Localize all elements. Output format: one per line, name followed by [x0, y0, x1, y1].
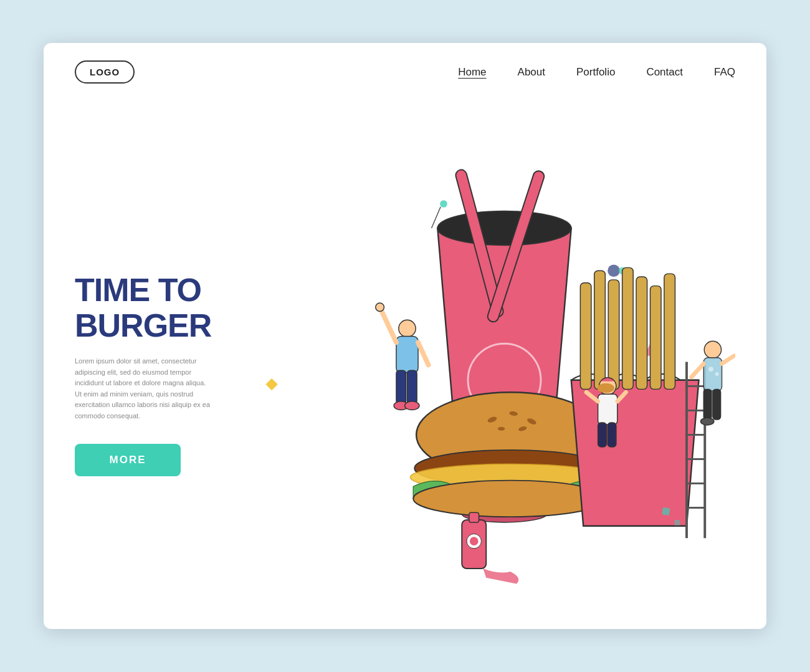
svg-rect-28 — [594, 271, 606, 389]
more-button[interactable]: MORE — [75, 444, 181, 476]
svg-point-22 — [413, 481, 608, 517]
svg-point-26 — [470, 537, 479, 545]
svg-point-18 — [498, 427, 505, 431]
svg-rect-33 — [664, 274, 675, 389]
svg-rect-24 — [469, 512, 479, 522]
svg-rect-29 — [608, 280, 619, 390]
svg-rect-31 — [636, 277, 647, 389]
illustration-area — [249, 113, 735, 610]
svg-point-2 — [608, 265, 620, 277]
nav-link-portfolio[interactable]: Portfolio — [576, 66, 615, 78]
logo[interactable]: LOGO — [75, 60, 135, 84]
svg-rect-48 — [407, 370, 417, 404]
nav-item-contact[interactable]: Contact — [646, 66, 683, 79]
main-window: LOGO Home About Portfolio Contact FAQ TI… — [44, 43, 766, 629]
svg-rect-47 — [396, 370, 406, 404]
navbar: LOGO Home About Portfolio Contact FAQ — [44, 43, 766, 101]
svg-rect-52 — [598, 394, 617, 425]
nav-item-portfolio[interactable]: Portfolio — [576, 66, 615, 79]
svg-point-61 — [715, 372, 719, 376]
svg-point-50 — [405, 401, 419, 410]
svg-rect-6 — [265, 378, 277, 390]
svg-point-58 — [704, 341, 721, 358]
svg-rect-64 — [703, 389, 712, 420]
nav-link-contact[interactable]: Contact — [646, 66, 683, 78]
svg-point-55 — [598, 383, 614, 393]
svg-point-66 — [700, 418, 713, 425]
svg-rect-56 — [598, 423, 607, 447]
svg-rect-27 — [580, 283, 591, 390]
svg-rect-67 — [662, 507, 670, 516]
svg-line-44 — [380, 307, 396, 343]
nav-links: Home About Portfolio Contact FAQ — [458, 66, 735, 79]
svg-line-62 — [692, 363, 704, 377]
svg-line-46 — [418, 342, 429, 365]
nav-item-home[interactable]: Home — [458, 66, 486, 79]
left-panel: TIME TO BURGER Lorem ipsum dolor sit ame… — [75, 113, 249, 610]
svg-rect-68 — [675, 520, 680, 526]
hero-illustration — [249, 113, 735, 610]
svg-rect-43 — [396, 337, 418, 373]
svg-point-60 — [708, 367, 713, 372]
svg-rect-32 — [650, 286, 662, 390]
hero-subtitle: Lorem ipsum dolor sit amet, consectetur … — [75, 356, 212, 422]
svg-point-0 — [440, 200, 447, 208]
hero-title: TIME TO BURGER — [75, 272, 249, 343]
main-content: TIME TO BURGER Lorem ipsum dolor sit ame… — [44, 101, 766, 629]
svg-rect-65 — [713, 389, 721, 420]
svg-rect-57 — [608, 423, 616, 447]
svg-rect-30 — [622, 267, 634, 389]
svg-line-63 — [722, 356, 735, 364]
nav-item-faq[interactable]: FAQ — [714, 66, 735, 79]
svg-rect-59 — [703, 358, 722, 391]
nav-link-faq[interactable]: FAQ — [714, 66, 735, 78]
svg-point-42 — [399, 320, 416, 337]
nav-link-about[interactable]: About — [518, 66, 545, 78]
svg-point-10 — [437, 211, 571, 246]
svg-point-45 — [376, 303, 384, 312]
nav-link-home[interactable]: Home — [458, 66, 486, 78]
nav-item-about[interactable]: About — [518, 66, 545, 79]
